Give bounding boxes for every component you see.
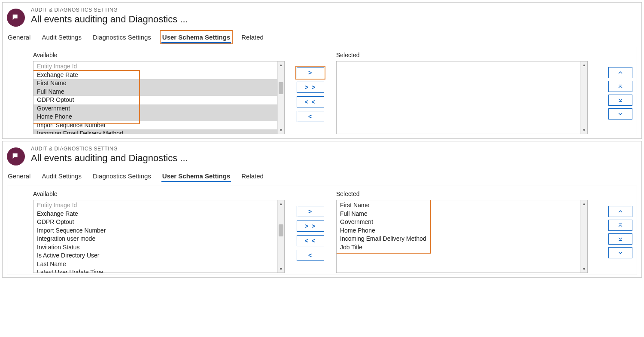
entity-subtitle: AUDIT & DIAGNOSTICS SETTING [31,146,188,152]
add-button[interactable]: > [297,67,324,78]
move-bottom-button[interactable] [608,233,632,245]
scroll-up-icon[interactable]: ▲ [278,61,284,68]
list-item[interactable]: First Name [33,79,284,88]
tab-related[interactable]: Related [240,32,264,43]
move-top-button[interactable] [608,81,632,92]
dual-list-container: Available Entity Image IdExchange RateFi… [7,47,637,136]
entity-icon [7,147,25,165]
scroll-thumb[interactable] [279,82,283,94]
order-buttons [608,206,632,258]
settings-panel-before: AUDIT & DIAGNOSTICS SETTING All events a… [2,2,642,139]
scroll-thumb[interactable] [279,224,283,236]
page-header: AUDIT & DIAGNOSTICS SETTING All events a… [7,146,637,165]
remove-all-button[interactable]: < < [297,235,324,246]
list-item[interactable]: Government [337,218,587,227]
scrollbar[interactable]: ▲ ▼ [277,200,284,273]
tab-diagnostics-settings[interactable]: Diagnostics Settings [92,171,152,181]
svg-point-1 [15,16,16,17]
list-item[interactable]: First Name [337,201,587,210]
tab-audit-settings[interactable]: Audit Settings [41,171,82,181]
list-item[interactable]: Full Name [337,210,587,218]
page-title: All events auditing and Diagnostics ... [31,14,188,25]
scroll-down-icon[interactable]: ▼ [581,266,587,273]
tab-audit-settings[interactable]: Audit Settings [41,32,82,43]
list-item[interactable]: Entity Image Id [33,201,284,210]
scroll-up-icon[interactable]: ▲ [581,200,587,207]
list-item[interactable]: Government [33,104,284,113]
scrollbar[interactable]: ▲ ▼ [580,61,587,134]
svg-point-0 [14,16,15,17]
list-item[interactable]: Import Sequence Number [33,121,284,130]
move-down-button[interactable] [608,108,632,119]
selected-label: Selected [336,52,588,58]
list-item[interactable]: GDPR Optout [33,96,284,104]
remove-button[interactable]: < [297,111,324,122]
tab-bar: General Audit Settings Diagnostics Setti… [7,171,637,181]
svg-point-4 [14,155,15,156]
list-item[interactable]: Home Phone [337,227,587,235]
scroll-down-icon[interactable]: ▼ [278,266,284,273]
list-item[interactable]: Exchange Rate [33,71,284,80]
remove-button[interactable]: < [297,250,324,261]
list-item[interactable]: Incoming Email Delivery Method [337,235,587,243]
scroll-down-icon[interactable]: ▼ [581,127,587,134]
page-header: AUDIT & DIAGNOSTICS SETTING All events a… [7,7,637,27]
list-item[interactable]: Latest User Update Time [33,268,284,273]
entity-icon [7,9,25,27]
order-buttons [608,67,632,119]
list-item[interactable]: Invitation Status [33,243,284,252]
available-listbox[interactable]: Entity Image IdExchange RateFirst NameFu… [33,61,285,134]
remove-all-button[interactable]: < < [297,96,324,107]
list-item[interactable]: Entity Image Id [33,62,284,71]
move-down-button[interactable] [608,247,632,258]
tab-user-schema-settings[interactable]: User Schema Settings [161,32,231,43]
move-top-button[interactable] [608,220,632,231]
transfer-buttons: > > > < < < [297,67,324,122]
available-label: Available [33,52,285,58]
selected-listbox[interactable]: ▲ ▼ [336,61,588,134]
tab-diagnostics-settings[interactable]: Diagnostics Settings [92,32,152,43]
list-item[interactable]: Incoming Email Delivery Method [33,129,284,134]
page-title: All events auditing and Diagnostics ... [31,153,188,164]
selected-listbox[interactable]: First NameFull NameGovernmentHome PhoneI… [336,200,588,273]
list-item[interactable]: Is Active Directory User [33,251,284,260]
list-item[interactable]: Integration user mode [33,235,284,243]
add-all-button[interactable]: > > [297,221,324,232]
available-listbox[interactable]: Entity Image IdExchange RateGDPR OptoutI… [33,200,285,273]
add-button[interactable]: > [297,206,324,217]
list-item[interactable]: Exchange Rate [33,210,284,218]
move-up-button[interactable] [608,67,632,78]
tab-general[interactable]: General [7,32,31,43]
list-item[interactable]: Import Sequence Number [33,227,284,235]
entity-subtitle: AUDIT & DIAGNOSTICS SETTING [31,7,188,13]
scroll-up-icon[interactable]: ▲ [581,61,587,68]
tab-general[interactable]: General [7,171,31,181]
selected-label: Selected [336,190,588,197]
list-item[interactable]: GDPR Optout [33,218,284,227]
dual-list-container: Available Entity Image IdExchange RateGD… [7,186,637,275]
list-item[interactable]: Last Name [33,260,284,269]
move-up-button[interactable] [608,206,632,217]
list-item[interactable]: Full Name [33,88,284,96]
add-all-button[interactable]: > > [297,82,324,93]
available-label: Available [33,190,285,197]
scrollbar[interactable]: ▲ ▼ [277,61,284,134]
tab-related[interactable]: Related [240,171,264,181]
svg-point-5 [15,155,16,156]
scroll-up-icon[interactable]: ▲ [278,200,284,207]
move-bottom-button[interactable] [608,95,632,106]
list-item[interactable]: Home Phone [33,113,284,121]
scrollbar[interactable]: ▲ ▼ [580,200,587,273]
scroll-down-icon[interactable]: ▼ [278,127,284,134]
list-item[interactable]: Job Title [337,243,587,252]
settings-panel-after: AUDIT & DIAGNOSTICS SETTING All events a… [2,141,642,278]
tab-bar: General Audit Settings Diagnostics Setti… [7,32,637,43]
transfer-buttons: > > > < < < [297,206,324,261]
tab-user-schema-settings[interactable]: User Schema Settings [161,171,231,181]
